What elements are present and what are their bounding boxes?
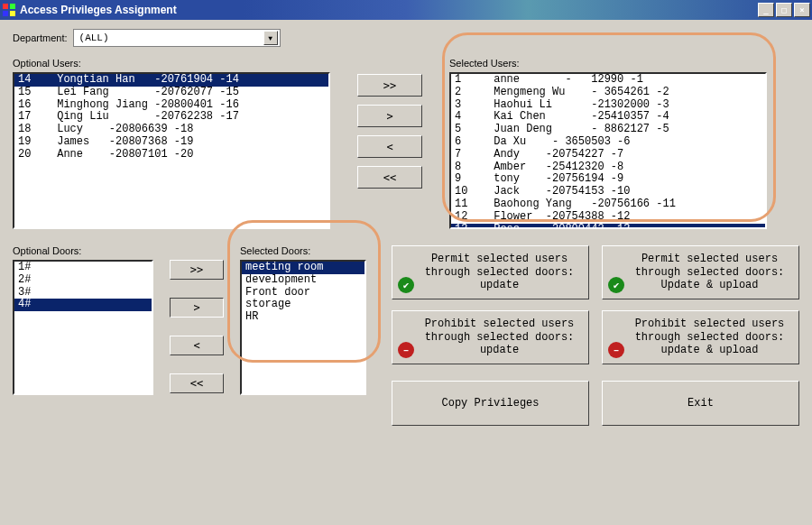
svg-rect-2 (3, 11, 8, 16)
list-item[interactable]: 18 Lucy -20806639 -18 (14, 124, 328, 136)
list-item[interactable]: 14 Yongtian Han -20761904 -14 (14, 74, 328, 87)
minimize-button[interactable]: _ (758, 3, 774, 17)
permit-ok-icon: ✔ (608, 277, 624, 293)
list-item[interactable]: 2# (14, 274, 152, 287)
move-one-left-button[interactable]: < (357, 135, 422, 158)
copy-privileges-button[interactable]: Copy Privileges (392, 381, 589, 426)
list-item[interactable]: 15 Lei Fang -20762077 -15 (14, 87, 328, 99)
list-item[interactable]: development (242, 274, 364, 287)
list-item[interactable]: 2 Mengmeng Wu - 3654261 -2 (451, 87, 765, 99)
selected-users-list[interactable]: 1 anne - 12990 -12 Mengmeng Wu - 3654261… (449, 72, 767, 229)
list-item[interactable]: Front door (242, 287, 364, 299)
dropdown-arrow-icon: ▼ (263, 31, 278, 45)
list-item[interactable]: 5 Juan Deng - 8862127 -5 (451, 124, 765, 136)
optional-doors-list[interactable]: 1#2#3#4# (13, 260, 153, 395)
list-item[interactable]: 1 anne - 12990 -1 (451, 74, 765, 87)
optional-users-list[interactable]: 14 Yongtian Han -20761904 -1415 Lei Fang… (13, 72, 330, 229)
list-item[interactable]: 3 Haohui Li -21302000 -3 (451, 99, 765, 112)
prohibit-upload-button[interactable]: – Prohibit selected users through select… (602, 310, 799, 364)
prohibit-no-icon: – (608, 342, 624, 358)
list-item[interactable]: 4# (14, 299, 152, 311)
permit-update-button[interactable]: ✔ Permit selected users through selected… (392, 245, 589, 299)
door-move-one-left-button[interactable]: < (170, 336, 224, 355)
svg-rect-0 (3, 4, 8, 9)
door-move-one-right-button[interactable]: > (170, 298, 224, 318)
window-titlebar: Access Privileges Assignment _ □ × (0, 0, 812, 20)
prohibit-no-icon: – (398, 342, 414, 358)
selected-users-label: Selected Users: (449, 58, 767, 69)
list-item[interactable]: 13 Rose -20800442 -13 (451, 224, 765, 229)
list-item[interactable]: 20 Anne -20807101 -20 (14, 149, 328, 161)
list-item[interactable]: 10 Jack -20754153 -10 (451, 186, 765, 198)
department-label: Department: (13, 32, 68, 43)
list-item[interactable]: storage (242, 299, 364, 311)
door-move-all-right-button[interactable]: >> (170, 260, 224, 280)
move-one-right-button[interactable]: > (357, 105, 422, 127)
close-button[interactable]: × (794, 3, 810, 17)
door-move-all-left-button[interactable]: << (170, 373, 224, 393)
exit-button[interactable]: Exit (602, 381, 799, 426)
selected-doors-list[interactable]: meeting roomdevelopmentFront doorstorage… (240, 260, 366, 395)
list-item[interactable]: 17 Qing Liu -20762238 -17 (14, 111, 328, 124)
optional-doors-label: Optional Doors: (13, 245, 153, 256)
list-item[interactable]: 3# (14, 287, 152, 299)
list-item[interactable]: 9 tony -20756194 -9 (451, 173, 765, 186)
department-select[interactable]: (ALL) ▼ (73, 29, 281, 47)
move-all-left-button[interactable]: << (357, 166, 422, 189)
svg-rect-3 (10, 11, 15, 16)
prohibit-update-button[interactable]: – Prohibit selected users through select… (392, 310, 589, 364)
svg-rect-1 (10, 4, 15, 9)
selected-doors-label: Selected Doors: (240, 245, 366, 256)
window-controls: _ □ × (756, 3, 810, 17)
permit-ok-icon: ✔ (398, 277, 414, 293)
list-item[interactable]: 16 Minghong Jiang -20800401 -16 (14, 99, 328, 112)
list-item[interactable]: 19 James -20807368 -19 (14, 136, 328, 149)
list-item[interactable]: meeting room (242, 262, 364, 274)
permit-upload-button[interactable]: ✔ Permit selected users through selected… (602, 245, 799, 299)
list-item[interactable]: 6 Da Xu - 3650503 -6 (451, 136, 765, 149)
window-title: Access Privileges Assignment (20, 4, 177, 16)
optional-users-label: Optional Users: (13, 58, 330, 69)
maximize-button[interactable]: □ (776, 3, 792, 17)
list-item[interactable]: 12 Flower -20754388 -12 (451, 211, 765, 224)
list-item[interactable]: 7 Andy -20754227 -7 (451, 149, 765, 161)
list-item[interactable]: 1# (14, 262, 152, 274)
list-item[interactable]: 8 Amber -25412320 -8 (451, 161, 765, 174)
move-all-right-button[interactable]: >> (357, 74, 422, 97)
list-item[interactable]: HR (242, 311, 364, 324)
list-item[interactable]: 4 Kai Chen -25410357 -4 (451, 111, 765, 124)
department-value: (ALL) (79, 32, 109, 43)
list-item[interactable]: 11 Baohong Yang -20756166 -11 (451, 198, 765, 211)
app-icon (2, 3, 16, 17)
